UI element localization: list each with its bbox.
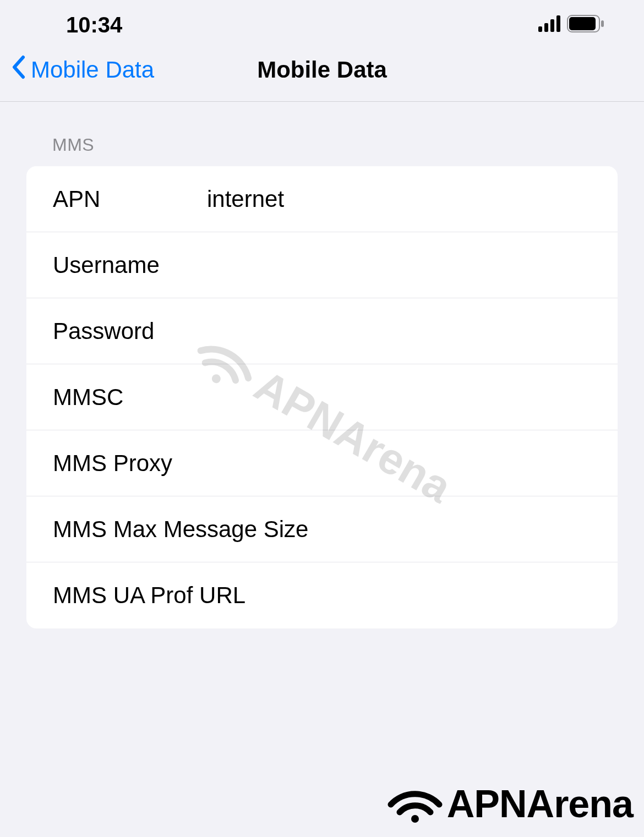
content: MMS APN internet Username Password MMSC … — [0, 102, 644, 628]
settings-row-username[interactable]: Username — [26, 232, 618, 298]
settings-label: Username — [53, 252, 207, 278]
svg-rect-5 — [569, 17, 596, 30]
settings-label: MMS Max Message Size — [53, 516, 618, 543]
settings-row-mms-max-size[interactable]: MMS Max Message Size — [26, 496, 618, 562]
settings-group: APN internet Username Password MMSC MMS … — [26, 166, 618, 628]
svg-rect-1 — [544, 23, 548, 32]
nav-bar: Mobile Data Mobile Data — [0, 44, 644, 102]
back-label: Mobile Data — [31, 57, 154, 83]
page-title: Mobile Data — [257, 57, 387, 83]
status-icons — [538, 15, 605, 35]
settings-label: APN — [53, 186, 207, 212]
settings-label: MMSC — [53, 384, 207, 411]
svg-rect-2 — [550, 19, 554, 32]
svg-rect-0 — [538, 26, 542, 32]
settings-row-mms-proxy[interactable]: MMS Proxy — [26, 430, 618, 496]
svg-point-8 — [411, 815, 419, 823]
apn-field[interactable]: internet — [207, 186, 618, 212]
settings-label: MMS UA Prof URL — [53, 582, 618, 609]
settings-row-mmsc[interactable]: MMSC — [26, 364, 618, 430]
svg-rect-6 — [601, 20, 604, 27]
cellular-signal-icon — [538, 15, 561, 34]
settings-label: Password — [53, 318, 207, 344]
svg-rect-3 — [556, 15, 560, 32]
footer-text: APNArena — [447, 782, 633, 826]
wifi-icon — [388, 783, 443, 826]
battery-icon — [567, 15, 605, 35]
status-bar: 10:34 — [0, 0, 644, 44]
chevron-left-icon — [11, 55, 26, 85]
settings-row-password[interactable]: Password — [26, 298, 618, 364]
footer-logo: APNArena — [388, 782, 633, 826]
status-time: 10:34 — [66, 13, 122, 37]
settings-row-mms-ua-prof[interactable]: MMS UA Prof URL — [26, 562, 618, 628]
section-header-mms: MMS — [0, 102, 644, 166]
settings-label: MMS Proxy — [53, 450, 207, 477]
back-button[interactable]: Mobile Data — [11, 55, 154, 85]
settings-row-apn[interactable]: APN internet — [26, 166, 618, 232]
